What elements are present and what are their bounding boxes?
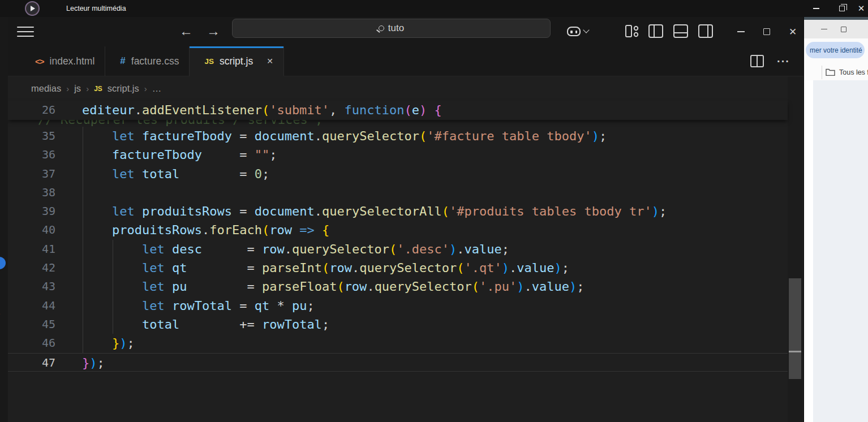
code-token: ( xyxy=(405,103,412,117)
window-minimize-button[interactable] xyxy=(728,17,754,46)
copilot-menu-button[interactable] xyxy=(567,23,594,40)
window-close-button[interactable]: ✕ xyxy=(780,17,803,46)
search-input[interactable]: tuto xyxy=(232,19,551,38)
code-token: '#facture table tbody' xyxy=(427,129,591,143)
code-token: ; xyxy=(307,299,314,313)
code-token xyxy=(82,223,112,237)
tab-script-js[interactable]: JS script.js ✕ xyxy=(190,46,284,76)
code-token: factureTbody xyxy=(112,148,202,162)
code-line[interactable]: 40 produitsRows.forEach(row => { xyxy=(8,221,788,239)
more-actions-button[interactable]: ··· xyxy=(777,55,790,68)
toggle-secondary-sidebar-button[interactable] xyxy=(697,23,714,40)
app-close-button[interactable]: ✕ xyxy=(854,0,868,17)
code-token xyxy=(135,204,142,218)
code-line-text: editeur.addEventListener('submit', funct… xyxy=(82,101,442,119)
identity-button[interactable]: mer votre identité xyxy=(806,42,865,58)
layout-controls xyxy=(625,23,714,40)
code-token: row xyxy=(345,279,367,294)
background-browser-window: mer votre identité Tous les fa xyxy=(803,17,868,422)
code-token: . xyxy=(352,261,359,275)
code-line[interactable]: 37 let total = 0; xyxy=(8,165,788,183)
code-line[interactable]: 46 }); xyxy=(8,334,788,352)
cropped-icon: › xyxy=(0,199,1,210)
toggle-panel-button[interactable] xyxy=(672,23,689,40)
code-token: value xyxy=(465,242,502,256)
minimize-icon[interactable] xyxy=(821,29,827,29)
code-token xyxy=(82,299,142,313)
code-token: ; xyxy=(599,129,607,143)
menu-button[interactable] xyxy=(12,23,38,40)
editor-window-controls: ✕ xyxy=(728,17,803,46)
chevron-right-icon: › xyxy=(86,84,89,93)
split-editor-button[interactable] xyxy=(750,54,764,68)
code-token: parseFloat xyxy=(262,279,337,294)
code-token: => xyxy=(299,223,315,237)
line-number: 35 xyxy=(8,127,55,145)
code-token xyxy=(82,279,142,294)
breadcrumb-item-symbol[interactable]: … xyxy=(152,83,162,94)
code-token: ) xyxy=(119,336,127,350)
tab-close-button[interactable]: ✕ xyxy=(267,57,273,66)
code-line[interactable]: 43 let pu = parseFloat(row.querySelector… xyxy=(8,277,788,296)
forward-button[interactable]: → xyxy=(202,19,225,43)
breadcrumb-item-medias[interactable]: medias xyxy=(31,83,61,94)
toggle-sidebar-button[interactable] xyxy=(647,23,664,40)
breadcrumb-item-js[interactable]: js xyxy=(74,83,81,94)
tab-facture-css[interactable]: # facture.css xyxy=(105,46,190,76)
code-token: qt xyxy=(172,261,187,275)
code-editor[interactable]: 26editeur.addEventListener('submit', fun… xyxy=(8,101,788,422)
tab-label: facture.css xyxy=(131,55,179,67)
code-line[interactable]: 45 total += rowTotal; xyxy=(8,315,788,334)
app-title: Lecteur multimédia xyxy=(66,5,126,12)
code-token: . xyxy=(315,204,322,218)
back-button[interactable]: ← xyxy=(175,19,197,43)
code-line[interactable]: 44 let rowTotal = qt * pu; xyxy=(8,296,788,315)
tab-label: script.js xyxy=(220,55,253,67)
breadcrumb-item-scriptjs[interactable]: script.js xyxy=(108,83,139,94)
code-token: = xyxy=(202,242,262,256)
app-window-controls: ✕ xyxy=(803,0,868,17)
code-token: ) xyxy=(569,279,577,294)
code-token: = xyxy=(187,261,261,275)
code-token: . xyxy=(367,279,374,294)
code-line[interactable]: 41 let desc = row.querySelector('.desc')… xyxy=(8,240,788,259)
restore-icon xyxy=(839,6,845,11)
code-line[interactable]: 47}); xyxy=(8,353,788,372)
scrollbar-thumb-line xyxy=(789,351,801,352)
line-number: 41 xyxy=(8,240,55,259)
code-token: 'submit' xyxy=(269,103,329,117)
code-token: = xyxy=(179,167,254,181)
app-minimize-button[interactable] xyxy=(803,0,829,17)
customize-layout-button[interactable] xyxy=(625,23,639,40)
code-token xyxy=(82,261,142,275)
line-number: 37 xyxy=(8,165,55,183)
chevron-down-icon xyxy=(583,27,589,33)
code-token: ) xyxy=(89,356,97,370)
code-token: ; xyxy=(659,204,667,218)
app-restore-button[interactable] xyxy=(829,0,854,17)
code-token: ; xyxy=(562,261,569,275)
chevron-right-icon: › xyxy=(66,84,69,93)
scrollbar-track[interactable] xyxy=(788,76,802,422)
favorites-folder-item[interactable]: Tous les fa xyxy=(804,64,868,80)
tab-bar: <> index.html # facture.css JS script.js… xyxy=(8,46,803,76)
code-line[interactable]: 36 factureTbody = ""; xyxy=(8,145,788,164)
sticky-scroll-line[interactable]: 26editeur.addEventListener('submit', fun… xyxy=(8,101,788,120)
code-token: ; xyxy=(577,279,584,294)
code-token: let xyxy=(142,242,165,256)
tab-index-html[interactable]: <> index.html xyxy=(20,46,105,76)
code-line[interactable]: 42 let qt = parseInt(row.querySelector('… xyxy=(8,259,788,277)
window-maximize-button[interactable] xyxy=(754,17,780,46)
code-token: ) xyxy=(449,242,457,256)
maximize-icon[interactable] xyxy=(841,27,846,32)
panel-content xyxy=(813,80,868,422)
code-token: let xyxy=(112,204,135,218)
code-token: qt xyxy=(255,299,270,313)
code-line[interactable]: 35 let factureTbody = document.querySele… xyxy=(8,127,788,145)
code-token: querySelector xyxy=(359,261,457,275)
code-line[interactable]: 38 xyxy=(8,183,788,202)
tabbar-spacer xyxy=(8,46,20,76)
code-token: += xyxy=(179,317,262,331)
code-line[interactable]: 39 let produitsRows = document.querySele… xyxy=(8,202,788,221)
scrollbar-thumb[interactable] xyxy=(789,278,801,379)
